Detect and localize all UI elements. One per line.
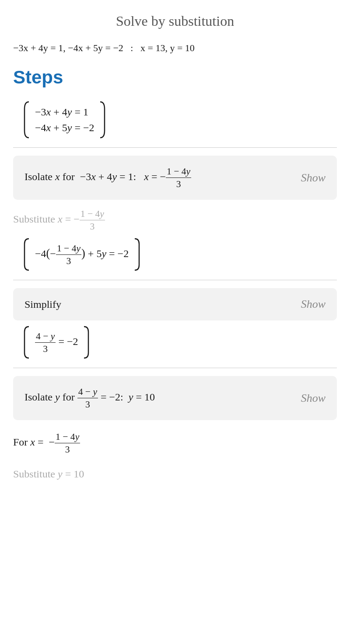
substitute-x-frac: 1 − 4y3 [80, 208, 105, 233]
isolate-label: Isolate [24, 171, 55, 182]
eq2: −4x + 5y = −2 [35, 120, 94, 136]
step-isolate-x: Isolate x for −3x + 4y = 1: x = −1 − 4y3… [13, 156, 337, 200]
initial-equations: −3x + 4y = 1 −4x + 5y = −2 [35, 104, 94, 136]
step-isolate-y-content: Isolate y for 4 − y3 = −2: y = 10 [24, 386, 155, 411]
right-bracket-2-icon [133, 237, 142, 272]
for-x-frac: 1 − 4y3 [55, 431, 80, 456]
page-title: Solve by substitution [13, 9, 337, 29]
isolate-for: for [60, 171, 77, 182]
simplify-label: Simplify [24, 299, 61, 310]
divider-2 [13, 280, 337, 280]
initial-system: −3x + 4y = 1 −4x + 5y = −2 [22, 100, 337, 139]
left-bracket-3-icon [22, 325, 31, 360]
steps-heading: Steps [13, 67, 337, 88]
sub-frac: 1 − 4y3 [56, 242, 81, 267]
right-bracket-icon [98, 100, 107, 139]
eq1: −3x + 4y = 1 [35, 104, 94, 120]
show-button-1[interactable]: Show [301, 171, 326, 184]
substitute-y-label: Substitute y = 10 [13, 468, 337, 480]
isolate-y-frac: 4 − y3 [77, 386, 98, 411]
step-isolate-x-content: Isolate x for −3x + 4y = 1: x = −1 − 4y3 [24, 165, 191, 190]
simplified-eq: 4 − y3 = −2 [35, 330, 78, 355]
simplified-system: 4 − y3 = −2 [22, 325, 337, 360]
left-bracket-icon [22, 100, 31, 139]
isolate-result-frac: 1 − 4y3 [166, 165, 191, 190]
simplified-eq-line: 4 − y3 = −2 [35, 330, 78, 355]
divider-3 [13, 368, 337, 368]
show-button-3[interactable]: Show [301, 392, 326, 405]
divider-1 [13, 147, 337, 148]
simplified-frac: 4 − y3 [35, 330, 56, 355]
step-isolate-y: Isolate y for 4 − y3 = −2: y = 10 Show [13, 376, 337, 420]
isolate-y-label: Isolate y for [24, 391, 77, 403]
substituted-system: −4(−1 − 4y3) + 5y = −2 [22, 237, 337, 272]
summary-line: −3x + 4y = 1, −4x + 5y = −2 : x = 13, y … [13, 42, 337, 54]
summary-separator: : [130, 42, 133, 53]
left-bracket-2-icon [22, 237, 31, 272]
substituted-eq-line: −4(−1 − 4y3) + 5y = −2 [35, 242, 129, 267]
summary-equations: −3x + 4y = 1, −4x + 5y = −2 [13, 42, 123, 53]
step-simplify: Simplify Show [13, 288, 337, 320]
isolate-y-eq: = −2: y = 10 [101, 391, 155, 403]
right-bracket-3-icon [82, 325, 91, 360]
substitute-x-label: Substitute x = −1 − 4y3 [13, 208, 337, 233]
show-button-2[interactable]: Show [301, 298, 326, 311]
summary-solution: x = 13, y = 10 [140, 42, 195, 53]
substituted-eq: −4(−1 − 4y3) + 5y = −2 [35, 242, 129, 267]
for-x-label: For x = −1 − 4y3 [13, 431, 337, 456]
isolate-var: x [55, 171, 60, 182]
